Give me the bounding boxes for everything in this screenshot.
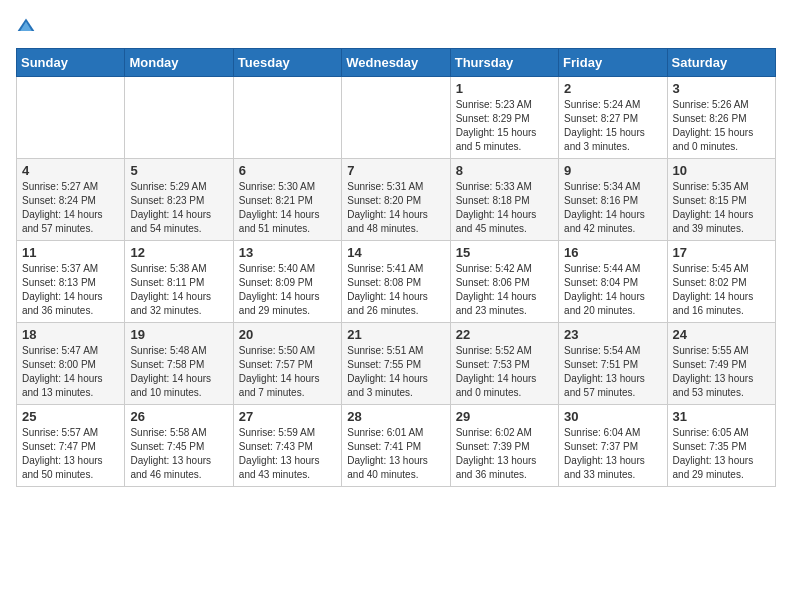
day-number: 25 bbox=[22, 409, 119, 424]
day-info: Sunrise: 5:47 AM Sunset: 8:00 PM Dayligh… bbox=[22, 344, 119, 400]
calendar-cell: 6Sunrise: 5:30 AM Sunset: 8:21 PM Daylig… bbox=[233, 159, 341, 241]
day-number: 26 bbox=[130, 409, 227, 424]
calendar-cell: 12Sunrise: 5:38 AM Sunset: 8:11 PM Dayli… bbox=[125, 241, 233, 323]
day-number: 11 bbox=[22, 245, 119, 260]
day-info: Sunrise: 5:29 AM Sunset: 8:23 PM Dayligh… bbox=[130, 180, 227, 236]
calendar-cell: 20Sunrise: 5:50 AM Sunset: 7:57 PM Dayli… bbox=[233, 323, 341, 405]
day-number: 20 bbox=[239, 327, 336, 342]
day-info: Sunrise: 5:51 AM Sunset: 7:55 PM Dayligh… bbox=[347, 344, 444, 400]
calendar-cell: 29Sunrise: 6:02 AM Sunset: 7:39 PM Dayli… bbox=[450, 405, 558, 487]
day-info: Sunrise: 5:57 AM Sunset: 7:47 PM Dayligh… bbox=[22, 426, 119, 482]
day-number: 30 bbox=[564, 409, 661, 424]
calendar-cell: 30Sunrise: 6:04 AM Sunset: 7:37 PM Dayli… bbox=[559, 405, 667, 487]
calendar-cell: 4Sunrise: 5:27 AM Sunset: 8:24 PM Daylig… bbox=[17, 159, 125, 241]
calendar-cell: 18Sunrise: 5:47 AM Sunset: 8:00 PM Dayli… bbox=[17, 323, 125, 405]
day-info: Sunrise: 5:24 AM Sunset: 8:27 PM Dayligh… bbox=[564, 98, 661, 154]
calendar-cell: 15Sunrise: 5:42 AM Sunset: 8:06 PM Dayli… bbox=[450, 241, 558, 323]
day-info: Sunrise: 5:37 AM Sunset: 8:13 PM Dayligh… bbox=[22, 262, 119, 318]
day-info: Sunrise: 5:48 AM Sunset: 7:58 PM Dayligh… bbox=[130, 344, 227, 400]
week-row-2: 4Sunrise: 5:27 AM Sunset: 8:24 PM Daylig… bbox=[17, 159, 776, 241]
day-number: 8 bbox=[456, 163, 553, 178]
page-header bbox=[16, 16, 776, 36]
calendar-cell: 1Sunrise: 5:23 AM Sunset: 8:29 PM Daylig… bbox=[450, 77, 558, 159]
calendar-cell: 26Sunrise: 5:58 AM Sunset: 7:45 PM Dayli… bbox=[125, 405, 233, 487]
calendar-table: SundayMondayTuesdayWednesdayThursdayFrid… bbox=[16, 48, 776, 487]
week-row-3: 11Sunrise: 5:37 AM Sunset: 8:13 PM Dayli… bbox=[17, 241, 776, 323]
day-info: Sunrise: 5:35 AM Sunset: 8:15 PM Dayligh… bbox=[673, 180, 770, 236]
day-info: Sunrise: 5:26 AM Sunset: 8:26 PM Dayligh… bbox=[673, 98, 770, 154]
day-number: 12 bbox=[130, 245, 227, 260]
day-info: Sunrise: 5:38 AM Sunset: 8:11 PM Dayligh… bbox=[130, 262, 227, 318]
calendar-cell bbox=[342, 77, 450, 159]
day-number: 2 bbox=[564, 81, 661, 96]
day-number: 21 bbox=[347, 327, 444, 342]
calendar-cell: 24Sunrise: 5:55 AM Sunset: 7:49 PM Dayli… bbox=[667, 323, 775, 405]
calendar-cell: 17Sunrise: 5:45 AM Sunset: 8:02 PM Dayli… bbox=[667, 241, 775, 323]
day-number: 24 bbox=[673, 327, 770, 342]
calendar-cell: 3Sunrise: 5:26 AM Sunset: 8:26 PM Daylig… bbox=[667, 77, 775, 159]
logo bbox=[16, 16, 40, 36]
day-number: 22 bbox=[456, 327, 553, 342]
day-number: 7 bbox=[347, 163, 444, 178]
calendar-cell: 21Sunrise: 5:51 AM Sunset: 7:55 PM Dayli… bbox=[342, 323, 450, 405]
day-info: Sunrise: 5:31 AM Sunset: 8:20 PM Dayligh… bbox=[347, 180, 444, 236]
day-number: 19 bbox=[130, 327, 227, 342]
day-number: 28 bbox=[347, 409, 444, 424]
day-info: Sunrise: 5:45 AM Sunset: 8:02 PM Dayligh… bbox=[673, 262, 770, 318]
calendar-cell: 2Sunrise: 5:24 AM Sunset: 8:27 PM Daylig… bbox=[559, 77, 667, 159]
weekday-header-saturday: Saturday bbox=[667, 49, 775, 77]
week-row-4: 18Sunrise: 5:47 AM Sunset: 8:00 PM Dayli… bbox=[17, 323, 776, 405]
weekday-header-tuesday: Tuesday bbox=[233, 49, 341, 77]
day-info: Sunrise: 5:54 AM Sunset: 7:51 PM Dayligh… bbox=[564, 344, 661, 400]
day-info: Sunrise: 5:44 AM Sunset: 8:04 PM Dayligh… bbox=[564, 262, 661, 318]
day-number: 27 bbox=[239, 409, 336, 424]
day-info: Sunrise: 5:52 AM Sunset: 7:53 PM Dayligh… bbox=[456, 344, 553, 400]
day-number: 14 bbox=[347, 245, 444, 260]
day-info: Sunrise: 5:33 AM Sunset: 8:18 PM Dayligh… bbox=[456, 180, 553, 236]
weekday-header-wednesday: Wednesday bbox=[342, 49, 450, 77]
day-info: Sunrise: 5:40 AM Sunset: 8:09 PM Dayligh… bbox=[239, 262, 336, 318]
calendar-cell: 9Sunrise: 5:34 AM Sunset: 8:16 PM Daylig… bbox=[559, 159, 667, 241]
day-info: Sunrise: 5:27 AM Sunset: 8:24 PM Dayligh… bbox=[22, 180, 119, 236]
weekday-header-monday: Monday bbox=[125, 49, 233, 77]
calendar-cell bbox=[233, 77, 341, 159]
calendar-cell: 13Sunrise: 5:40 AM Sunset: 8:09 PM Dayli… bbox=[233, 241, 341, 323]
calendar-cell: 8Sunrise: 5:33 AM Sunset: 8:18 PM Daylig… bbox=[450, 159, 558, 241]
calendar-cell: 16Sunrise: 5:44 AM Sunset: 8:04 PM Dayli… bbox=[559, 241, 667, 323]
day-info: Sunrise: 5:58 AM Sunset: 7:45 PM Dayligh… bbox=[130, 426, 227, 482]
day-number: 3 bbox=[673, 81, 770, 96]
day-number: 15 bbox=[456, 245, 553, 260]
calendar-cell: 25Sunrise: 5:57 AM Sunset: 7:47 PM Dayli… bbox=[17, 405, 125, 487]
calendar-cell: 7Sunrise: 5:31 AM Sunset: 8:20 PM Daylig… bbox=[342, 159, 450, 241]
calendar-cell: 11Sunrise: 5:37 AM Sunset: 8:13 PM Dayli… bbox=[17, 241, 125, 323]
day-number: 13 bbox=[239, 245, 336, 260]
day-number: 6 bbox=[239, 163, 336, 178]
calendar-cell: 23Sunrise: 5:54 AM Sunset: 7:51 PM Dayli… bbox=[559, 323, 667, 405]
calendar-cell bbox=[17, 77, 125, 159]
day-number: 18 bbox=[22, 327, 119, 342]
day-info: Sunrise: 5:59 AM Sunset: 7:43 PM Dayligh… bbox=[239, 426, 336, 482]
calendar-cell: 14Sunrise: 5:41 AM Sunset: 8:08 PM Dayli… bbox=[342, 241, 450, 323]
day-info: Sunrise: 5:42 AM Sunset: 8:06 PM Dayligh… bbox=[456, 262, 553, 318]
day-number: 23 bbox=[564, 327, 661, 342]
calendar-cell bbox=[125, 77, 233, 159]
day-info: Sunrise: 6:05 AM Sunset: 7:35 PM Dayligh… bbox=[673, 426, 770, 482]
day-info: Sunrise: 6:02 AM Sunset: 7:39 PM Dayligh… bbox=[456, 426, 553, 482]
week-row-1: 1Sunrise: 5:23 AM Sunset: 8:29 PM Daylig… bbox=[17, 77, 776, 159]
calendar-cell: 19Sunrise: 5:48 AM Sunset: 7:58 PM Dayli… bbox=[125, 323, 233, 405]
day-info: Sunrise: 6:04 AM Sunset: 7:37 PM Dayligh… bbox=[564, 426, 661, 482]
day-number: 29 bbox=[456, 409, 553, 424]
weekday-header-row: SundayMondayTuesdayWednesdayThursdayFrid… bbox=[17, 49, 776, 77]
day-number: 31 bbox=[673, 409, 770, 424]
weekday-header-sunday: Sunday bbox=[17, 49, 125, 77]
day-number: 5 bbox=[130, 163, 227, 178]
day-number: 16 bbox=[564, 245, 661, 260]
weekday-header-friday: Friday bbox=[559, 49, 667, 77]
calendar-cell: 10Sunrise: 5:35 AM Sunset: 8:15 PM Dayli… bbox=[667, 159, 775, 241]
weekday-header-thursday: Thursday bbox=[450, 49, 558, 77]
calendar-cell: 27Sunrise: 5:59 AM Sunset: 7:43 PM Dayli… bbox=[233, 405, 341, 487]
logo-icon bbox=[16, 16, 36, 36]
day-info: Sunrise: 5:34 AM Sunset: 8:16 PM Dayligh… bbox=[564, 180, 661, 236]
day-info: Sunrise: 5:30 AM Sunset: 8:21 PM Dayligh… bbox=[239, 180, 336, 236]
day-info: Sunrise: 5:23 AM Sunset: 8:29 PM Dayligh… bbox=[456, 98, 553, 154]
